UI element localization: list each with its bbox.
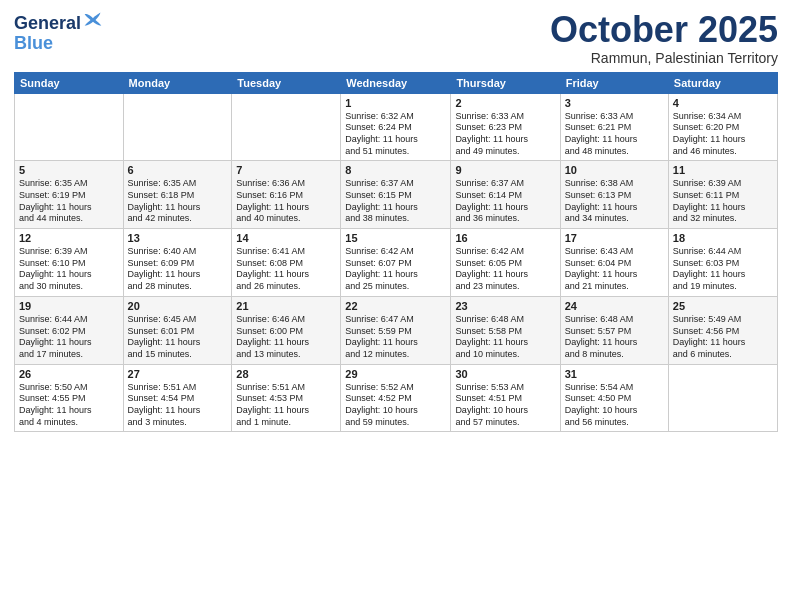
calendar-cell: 31Sunrise: 5:54 AM Sunset: 4:50 PM Dayli… (560, 364, 668, 432)
day-info: Sunrise: 5:50 AM Sunset: 4:55 PM Dayligh… (19, 382, 119, 429)
day-info: Sunrise: 6:41 AM Sunset: 6:08 PM Dayligh… (236, 246, 336, 293)
day-info: Sunrise: 6:36 AM Sunset: 6:16 PM Dayligh… (236, 178, 336, 225)
calendar-table: SundayMondayTuesdayWednesdayThursdayFrid… (14, 72, 778, 433)
calendar-cell: 10Sunrise: 6:38 AM Sunset: 6:13 PM Dayli… (560, 161, 668, 229)
day-number: 1 (345, 97, 446, 109)
calendar-cell: 24Sunrise: 6:48 AM Sunset: 5:57 PM Dayli… (560, 296, 668, 364)
day-number: 3 (565, 97, 664, 109)
day-number: 18 (673, 232, 773, 244)
day-number: 21 (236, 300, 336, 312)
calendar-cell: 18Sunrise: 6:44 AM Sunset: 6:03 PM Dayli… (668, 229, 777, 297)
calendar-cell: 8Sunrise: 6:37 AM Sunset: 6:15 PM Daylig… (341, 161, 451, 229)
day-info: Sunrise: 6:43 AM Sunset: 6:04 PM Dayligh… (565, 246, 664, 293)
day-info: Sunrise: 6:44 AM Sunset: 6:03 PM Dayligh… (673, 246, 773, 293)
day-info: Sunrise: 6:39 AM Sunset: 6:11 PM Dayligh… (673, 178, 773, 225)
day-number: 25 (673, 300, 773, 312)
calendar-cell: 22Sunrise: 6:47 AM Sunset: 5:59 PM Dayli… (341, 296, 451, 364)
weekday-header-tuesday: Tuesday (232, 72, 341, 93)
day-number: 28 (236, 368, 336, 380)
day-number: 16 (455, 232, 555, 244)
day-number: 31 (565, 368, 664, 380)
calendar-cell: 28Sunrise: 5:51 AM Sunset: 4:53 PM Dayli… (232, 364, 341, 432)
day-info: Sunrise: 6:35 AM Sunset: 6:19 PM Dayligh… (19, 178, 119, 225)
day-info: Sunrise: 5:49 AM Sunset: 4:56 PM Dayligh… (673, 314, 773, 361)
day-number: 14 (236, 232, 336, 244)
day-info: Sunrise: 6:33 AM Sunset: 6:23 PM Dayligh… (455, 111, 555, 158)
day-info: Sunrise: 6:37 AM Sunset: 6:15 PM Dayligh… (345, 178, 446, 225)
calendar-week-1: 1Sunrise: 6:32 AM Sunset: 6:24 PM Daylig… (15, 93, 778, 161)
day-number: 8 (345, 164, 446, 176)
calendar-week-5: 26Sunrise: 5:50 AM Sunset: 4:55 PM Dayli… (15, 364, 778, 432)
calendar-week-4: 19Sunrise: 6:44 AM Sunset: 6:02 PM Dayli… (15, 296, 778, 364)
day-number: 26 (19, 368, 119, 380)
day-number: 24 (565, 300, 664, 312)
day-info: Sunrise: 6:42 AM Sunset: 6:05 PM Dayligh… (455, 246, 555, 293)
day-number: 22 (345, 300, 446, 312)
day-number: 17 (565, 232, 664, 244)
day-number: 12 (19, 232, 119, 244)
day-info: Sunrise: 6:45 AM Sunset: 6:01 PM Dayligh… (128, 314, 228, 361)
weekday-header-saturday: Saturday (668, 72, 777, 93)
day-info: Sunrise: 5:51 AM Sunset: 4:53 PM Dayligh… (236, 382, 336, 429)
day-number: 11 (673, 164, 773, 176)
day-info: Sunrise: 6:48 AM Sunset: 5:58 PM Dayligh… (455, 314, 555, 361)
day-info: Sunrise: 6:48 AM Sunset: 5:57 PM Dayligh… (565, 314, 664, 361)
day-info: Sunrise: 5:54 AM Sunset: 4:50 PM Dayligh… (565, 382, 664, 429)
calendar-cell: 17Sunrise: 6:43 AM Sunset: 6:04 PM Dayli… (560, 229, 668, 297)
day-number: 20 (128, 300, 228, 312)
day-info: Sunrise: 6:40 AM Sunset: 6:09 PM Dayligh… (128, 246, 228, 293)
calendar-cell: 2Sunrise: 6:33 AM Sunset: 6:23 PM Daylig… (451, 93, 560, 161)
day-number: 5 (19, 164, 119, 176)
calendar-cell: 26Sunrise: 5:50 AM Sunset: 4:55 PM Dayli… (15, 364, 124, 432)
day-info: Sunrise: 6:37 AM Sunset: 6:14 PM Dayligh… (455, 178, 555, 225)
day-info: Sunrise: 6:32 AM Sunset: 6:24 PM Dayligh… (345, 111, 446, 158)
day-info: Sunrise: 6:34 AM Sunset: 6:20 PM Dayligh… (673, 111, 773, 158)
day-number: 10 (565, 164, 664, 176)
calendar-week-2: 5Sunrise: 6:35 AM Sunset: 6:19 PM Daylig… (15, 161, 778, 229)
calendar-cell: 1Sunrise: 6:32 AM Sunset: 6:24 PM Daylig… (341, 93, 451, 161)
weekday-header-monday: Monday (123, 72, 232, 93)
calendar-cell: 27Sunrise: 5:51 AM Sunset: 4:54 PM Dayli… (123, 364, 232, 432)
calendar-cell (123, 93, 232, 161)
weekday-header-sunday: Sunday (15, 72, 124, 93)
day-number: 30 (455, 368, 555, 380)
day-info: Sunrise: 5:53 AM Sunset: 4:51 PM Dayligh… (455, 382, 555, 429)
day-info: Sunrise: 6:47 AM Sunset: 5:59 PM Dayligh… (345, 314, 446, 361)
day-number: 6 (128, 164, 228, 176)
day-info: Sunrise: 6:38 AM Sunset: 6:13 PM Dayligh… (565, 178, 664, 225)
calendar-cell: 29Sunrise: 5:52 AM Sunset: 4:52 PM Dayli… (341, 364, 451, 432)
logo-bird-icon (83, 10, 103, 30)
calendar-cell (15, 93, 124, 161)
day-info: Sunrise: 6:39 AM Sunset: 6:10 PM Dayligh… (19, 246, 119, 293)
calendar-cell: 3Sunrise: 6:33 AM Sunset: 6:21 PM Daylig… (560, 93, 668, 161)
calendar-cell: 30Sunrise: 5:53 AM Sunset: 4:51 PM Dayli… (451, 364, 560, 432)
location-subtitle: Rammun, Palestinian Territory (550, 50, 778, 66)
page: General Blue October 2025 Rammun, Palest… (0, 0, 792, 612)
day-number: 7 (236, 164, 336, 176)
month-title: October 2025 (550, 10, 778, 50)
logo-text-general: General (14, 14, 81, 34)
day-info: Sunrise: 6:33 AM Sunset: 6:21 PM Dayligh… (565, 111, 664, 158)
day-info: Sunrise: 6:46 AM Sunset: 6:00 PM Dayligh… (236, 314, 336, 361)
calendar-cell: 25Sunrise: 5:49 AM Sunset: 4:56 PM Dayli… (668, 296, 777, 364)
day-number: 29 (345, 368, 446, 380)
calendar-cell: 11Sunrise: 6:39 AM Sunset: 6:11 PM Dayli… (668, 161, 777, 229)
calendar-cell: 16Sunrise: 6:42 AM Sunset: 6:05 PM Dayli… (451, 229, 560, 297)
calendar-cell: 5Sunrise: 6:35 AM Sunset: 6:19 PM Daylig… (15, 161, 124, 229)
day-number: 2 (455, 97, 555, 109)
calendar-week-3: 12Sunrise: 6:39 AM Sunset: 6:10 PM Dayli… (15, 229, 778, 297)
title-block: October 2025 Rammun, Palestinian Territo… (550, 10, 778, 66)
day-number: 27 (128, 368, 228, 380)
calendar-cell: 4Sunrise: 6:34 AM Sunset: 6:20 PM Daylig… (668, 93, 777, 161)
day-info: Sunrise: 6:44 AM Sunset: 6:02 PM Dayligh… (19, 314, 119, 361)
weekday-header-wednesday: Wednesday (341, 72, 451, 93)
calendar-cell (668, 364, 777, 432)
header: General Blue October 2025 Rammun, Palest… (14, 10, 778, 66)
logo: General Blue (14, 14, 103, 54)
calendar-cell: 21Sunrise: 6:46 AM Sunset: 6:00 PM Dayli… (232, 296, 341, 364)
calendar-cell: 20Sunrise: 6:45 AM Sunset: 6:01 PM Dayli… (123, 296, 232, 364)
calendar-cell: 9Sunrise: 6:37 AM Sunset: 6:14 PM Daylig… (451, 161, 560, 229)
weekday-header-thursday: Thursday (451, 72, 560, 93)
day-number: 15 (345, 232, 446, 244)
day-info: Sunrise: 5:51 AM Sunset: 4:54 PM Dayligh… (128, 382, 228, 429)
